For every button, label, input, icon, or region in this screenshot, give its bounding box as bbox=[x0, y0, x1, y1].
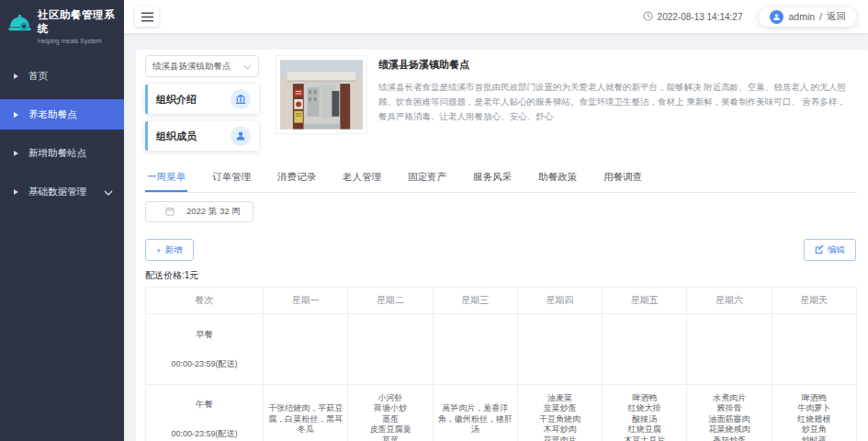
meal-time: 00:00-23:59(配送) bbox=[149, 429, 260, 440]
org-description: 绩溪县长者食堂是绩溪市首批由民政部门设置的为关爱老人就餐的新平台，能够解决 附近… bbox=[378, 80, 851, 124]
tab-bar: 一周菜单 订单管理 消费记录 老人管理 固定资产 服务风采 助餐政策 用餐调查 bbox=[145, 165, 857, 193]
meal-label-cell: 午餐 00:00-23:59(配送) bbox=[146, 384, 264, 441]
sidebar-item-add-meal-station[interactable]: 新增助餐站点 bbox=[0, 138, 124, 168]
tab-service-showcase[interactable]: 服务风采 bbox=[471, 165, 513, 192]
menu-cell: 千张结烧肉，平菇豆腐，白菜粉丝，黑耳冬瓜 bbox=[264, 384, 348, 441]
app-logo: 社区助餐管理系统 Helping meals System bbox=[0, 0, 124, 53]
meal-name: 早餐 bbox=[149, 329, 260, 340]
add-button[interactable]: + 新增 bbox=[145, 239, 194, 261]
tab-elderly-management[interactable]: 老人管理 bbox=[341, 165, 383, 192]
tab-consumption-records[interactable]: 消费记录 bbox=[276, 165, 318, 192]
datetime-text: 2022-08-13 14:14:27 bbox=[658, 12, 743, 22]
chevron-down-icon bbox=[243, 62, 252, 72]
menu-cell: 啤酒鸭 牛肉萝卜 红烧翅根 炒豆角 炒时蔬 bbox=[772, 384, 856, 441]
col-wednesday: 星期三 bbox=[433, 288, 517, 314]
week-value: 2022 第 32 周 bbox=[186, 206, 241, 218]
triangle-right-icon bbox=[14, 151, 18, 156]
col-thursday: 星期四 bbox=[517, 288, 602, 314]
org-photo bbox=[276, 55, 367, 134]
plus-icon: + bbox=[156, 245, 162, 255]
week-picker[interactable]: 2022 第 32 周 bbox=[145, 201, 254, 222]
tab-order-management[interactable]: 订单管理 bbox=[210, 165, 253, 192]
menu-cell bbox=[687, 314, 772, 385]
menu-cell: 小河虾 荷塘小炒 蒸蛋 皮蛋豆腐羹 苋菜 bbox=[348, 384, 433, 441]
sidebar-item-home[interactable]: 首页 bbox=[0, 61, 124, 91]
table-row-lunch: 午餐 00:00-23:59(配送) 千张结烧肉，平菇豆腐，白菜粉丝，黑耳冬瓜 … bbox=[146, 384, 857, 441]
menu-cell: 莴笋肉片，葱香洋角，徽州粉丝，猪肝汤 bbox=[433, 384, 517, 441]
meal-time: 00:00-23:59(配送) bbox=[149, 359, 260, 370]
sidebar-item-label: 基础数据管理 bbox=[28, 186, 86, 198]
triangle-right-icon bbox=[14, 189, 18, 195]
menu-cell bbox=[772, 314, 856, 385]
menu-cell: 啤酒鸭 红烧大排 酸辣汤 红烧豆腐 木耳土豆片 bbox=[603, 384, 687, 441]
username: admin bbox=[788, 11, 815, 22]
table-row-breakfast: 早餐 00:00-23:59(配送) bbox=[146, 314, 857, 385]
clock-icon bbox=[643, 11, 653, 23]
sidebar-menu: 首页 养老助餐点 新增助餐站点 基础数据管理 bbox=[0, 61, 124, 207]
sidebar: 社区助餐管理系统 Helping meals System 首页 养老助餐点 新… bbox=[0, 0, 124, 441]
sidebar-item-label: 养老助餐点 bbox=[28, 108, 77, 121]
week-menu-table: 餐次 星期一 星期二 星期三 星期四 星期五 星期六 星期天 早餐 00:00-… bbox=[145, 287, 857, 441]
avatar-icon bbox=[770, 10, 783, 24]
chevron-down-icon bbox=[104, 187, 113, 198]
select-value: 绩溪县扬溪镇助餐点 bbox=[152, 61, 231, 73]
user-icon bbox=[231, 126, 251, 146]
tab-fixed-assets[interactable]: 固定资产 bbox=[406, 165, 448, 192]
org-members-label: 组织成员 bbox=[156, 130, 197, 143]
col-saturday: 星期六 bbox=[687, 288, 772, 314]
edit-icon bbox=[815, 244, 824, 255]
tab-meal-policy[interactable]: 助餐政策 bbox=[536, 165, 579, 192]
menu-cell bbox=[264, 314, 348, 385]
hamburger-icon[interactable] bbox=[135, 6, 159, 27]
meal-point-select[interactable]: 绩溪县扬溪镇助餐点 bbox=[145, 55, 259, 77]
triangle-right-icon bbox=[14, 112, 18, 118]
org-intro-button[interactable]: 组织介绍 bbox=[145, 85, 259, 114]
tab-meal-survey[interactable]: 用餐调查 bbox=[602, 165, 644, 192]
col-sunday: 星期天 bbox=[772, 288, 856, 314]
delivery-price: 配送价格:1元 bbox=[145, 269, 857, 282]
triangle-right-icon bbox=[14, 74, 18, 79]
col-monday: 星期一 bbox=[264, 288, 348, 314]
sidebar-item-elderly-meal-points[interactable]: 养老助餐点 bbox=[0, 99, 124, 130]
cloche-icon bbox=[7, 13, 32, 40]
menu-cell bbox=[348, 314, 433, 385]
meal-name: 午餐 bbox=[149, 399, 260, 410]
menu-cell: 水煮肉片 酱排骨 油面筋塞肉 花菜烧咸肉 番茄炒蛋 bbox=[687, 384, 772, 441]
edit-button[interactable]: 编辑 bbox=[804, 239, 856, 261]
sidebar-item-base-data[interactable]: 基础数据管理 bbox=[0, 176, 124, 207]
main-content: 绩溪县扬溪镇助餐点 组织介绍 bbox=[124, 33, 868, 441]
app-subtitle: Helping meals System bbox=[38, 38, 118, 44]
add-label: 新增 bbox=[165, 244, 183, 256]
menu-cell bbox=[433, 314, 517, 385]
menu-cell bbox=[603, 314, 687, 385]
user-menu[interactable]: admin / 返回 bbox=[759, 7, 857, 27]
separator: / bbox=[819, 11, 822, 22]
menu-cell bbox=[517, 314, 602, 385]
topbar: 2022-08-13 14:14:27 admin / 返回 bbox=[124, 0, 868, 33]
org-name: 绩溪县扬溪镇助餐点 bbox=[378, 58, 851, 72]
col-tuesday: 星期二 bbox=[348, 288, 433, 314]
table-header-row: 餐次 星期一 星期二 星期三 星期四 星期五 星期六 星期天 bbox=[146, 288, 857, 314]
menu-cell: 油麦菜 韭菜炒蛋 干豆角烧肉 木耳炒肉 花菜肉片 bbox=[517, 384, 602, 441]
tab-week-menu[interactable]: 一周菜单 bbox=[145, 165, 187, 192]
content-card: 绩溪县扬溪镇助餐点 组织介绍 bbox=[136, 50, 868, 441]
edit-label: 编辑 bbox=[828, 244, 845, 256]
calendar-icon bbox=[165, 207, 175, 218]
col-meal: 餐次 bbox=[146, 288, 264, 314]
back-link[interactable]: 返回 bbox=[827, 10, 846, 23]
app-title: 社区助餐管理系统 bbox=[38, 8, 118, 36]
current-datetime: 2022-08-13 14:14:27 bbox=[643, 11, 743, 23]
meal-label-cell: 早餐 00:00-23:59(配送) bbox=[146, 314, 264, 385]
org-members-button[interactable]: 组织成员 bbox=[145, 121, 259, 151]
bank-icon bbox=[231, 89, 251, 109]
col-friday: 星期五 bbox=[603, 288, 687, 314]
sidebar-item-label: 新增助餐站点 bbox=[28, 147, 86, 160]
sidebar-item-label: 首页 bbox=[28, 70, 48, 83]
org-intro-label: 组织介绍 bbox=[156, 93, 197, 107]
